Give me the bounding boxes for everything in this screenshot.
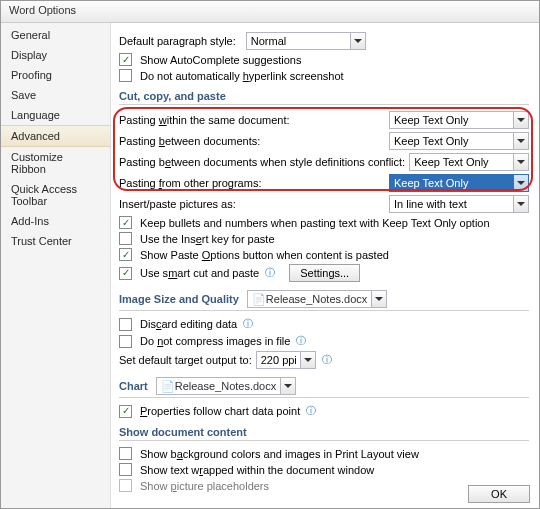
pasting-same-doc-select[interactable]: Keep Text Only (389, 111, 529, 129)
sidebar-item-general[interactable]: General (1, 25, 110, 45)
pasting-between-value: Keep Text Only (394, 135, 468, 147)
show-autocomplete-row: Show AutoComplete suggestions (119, 53, 529, 66)
window-title: Word Options (1, 1, 539, 23)
default-target-output-label: Set default target output to: (119, 354, 252, 366)
chevron-down-icon (513, 196, 528, 212)
chevron-down-icon (280, 378, 295, 394)
default-paragraph-style-label: Default paragraph style: (119, 35, 236, 47)
default-paragraph-style-value: Normal (251, 35, 286, 47)
image-size-quality-file-select[interactable]: 📄 Release_Notes.docx (247, 290, 387, 308)
insert-paste-pictures-label: Insert/paste pictures as: (119, 198, 236, 210)
show-paste-options-label: Show Paste Options button when content i… (140, 249, 389, 261)
use-insert-key-label: Use the Insert key for paste (140, 233, 275, 245)
settings-button[interactable]: Settings... (289, 264, 360, 282)
pasting-between-conflict-value: Keep Text Only (414, 156, 488, 168)
smart-cut-paste-checkbox[interactable] (119, 267, 132, 280)
sidebar-item-advanced[interactable]: Advanced (1, 125, 110, 147)
pasting-other-programs-select[interactable]: Keep Text Only (389, 174, 529, 192)
info-icon[interactable]: ⓘ (243, 317, 253, 331)
dialog-footer: OK (468, 485, 530, 503)
chevron-down-icon (350, 33, 365, 49)
sidebar-item-language[interactable]: Language (1, 105, 110, 125)
smart-cut-paste-label: Use smart cut and paste (140, 267, 259, 279)
section-chart: Chart 📄 Release_Notes.docx (119, 375, 529, 398)
default-target-output-value: 220 ppi (261, 354, 297, 366)
sidebar-item-trust-center[interactable]: Trust Center (1, 231, 110, 251)
info-icon[interactable]: ⓘ (296, 334, 306, 348)
do-not-compress-checkbox[interactable] (119, 335, 132, 348)
show-text-wrapped-label: Show text wrapped within the document wi… (140, 464, 374, 476)
properties-follow-chart-checkbox[interactable] (119, 405, 132, 418)
insert-paste-pictures-select[interactable]: In line with text (389, 195, 529, 213)
insert-paste-pictures-value: In line with text (394, 198, 467, 210)
no-auto-hyperlink-row: Do not automatically hyperlink screensho… (119, 69, 529, 82)
chart-file-value: Release_Notes.docx (175, 380, 277, 392)
pasting-same-doc-label: Pasting within the same document: (119, 114, 290, 126)
show-text-wrapped-checkbox[interactable] (119, 463, 132, 476)
info-icon[interactable]: ⓘ (265, 266, 275, 280)
chart-file-select[interactable]: 📄 Release_Notes.docx (156, 377, 296, 395)
sidebar-item-save[interactable]: Save (1, 85, 110, 105)
info-icon[interactable]: ⓘ (322, 353, 332, 367)
info-icon[interactable]: ⓘ (306, 404, 316, 418)
default-paragraph-style-row: Default paragraph style: Normal (119, 32, 529, 50)
pasting-between-label: Pasting between documents: (119, 135, 260, 147)
do-not-compress-label: Do not compress images in file (140, 335, 290, 347)
show-picture-placeholders-checkbox[interactable] (119, 479, 132, 492)
section-image-size-quality: Image Size and Quality 📄 Release_Notes.d… (119, 288, 529, 311)
section-show-document-content: Show document content (119, 424, 529, 441)
section-cut-copy-paste: Cut, copy, and paste (119, 88, 529, 105)
sidebar-item-display[interactable]: Display (1, 45, 110, 65)
content-panel: Default paragraph style: Normal Show Aut… (111, 23, 539, 508)
pasting-between-conflict-select[interactable]: Keep Text Only (409, 153, 529, 171)
chevron-down-icon (513, 175, 528, 191)
show-autocomplete-label: Show AutoComplete suggestions (140, 54, 301, 66)
keep-bullets-label: Keep bullets and numbers when pasting te… (140, 217, 490, 229)
sidebar-item-add-ins[interactable]: Add-Ins (1, 211, 110, 231)
pasting-between-select[interactable]: Keep Text Only (389, 132, 529, 150)
show-background-checkbox[interactable] (119, 447, 132, 460)
window-body: General Display Proofing Save Language A… (1, 23, 539, 508)
no-auto-hyperlink-label: Do not automatically hyperlink screensho… (140, 70, 344, 82)
image-size-quality-title: Image Size and Quality (119, 293, 239, 305)
use-insert-key-checkbox[interactable] (119, 232, 132, 245)
default-paragraph-style-select[interactable]: Normal (246, 32, 366, 50)
chart-section-title: Chart (119, 380, 148, 392)
show-paste-options-checkbox[interactable] (119, 248, 132, 261)
pasting-between-conflict-label: Pasting between documents when style def… (119, 156, 405, 168)
properties-follow-chart-label: Properties follow chart data point (140, 405, 300, 417)
sidebar-item-customize-ribbon[interactable]: Customize Ribbon (1, 147, 110, 179)
show-autocomplete-checkbox[interactable] (119, 53, 132, 66)
chevron-down-icon (513, 133, 528, 149)
chevron-down-icon (513, 154, 528, 170)
show-picture-placeholders-label: Show picture placeholders (140, 480, 269, 492)
no-auto-hyperlink-checkbox[interactable] (119, 69, 132, 82)
pasting-same-doc-value: Keep Text Only (394, 114, 468, 126)
pasting-other-programs-value: Keep Text Only (394, 177, 468, 189)
sidebar-item-proofing[interactable]: Proofing (1, 65, 110, 85)
keep-bullets-checkbox[interactable] (119, 216, 132, 229)
discard-editing-data-label: Discard editing data (140, 318, 237, 330)
chevron-down-icon (300, 352, 315, 368)
discard-editing-data-checkbox[interactable] (119, 318, 132, 331)
sidebar-item-quick-access-toolbar[interactable]: Quick Access Toolbar (1, 179, 110, 211)
chevron-down-icon (371, 291, 386, 307)
show-background-label: Show background colors and images in Pri… (140, 448, 419, 460)
default-target-output-select[interactable]: 220 ppi (256, 351, 316, 369)
sidebar: General Display Proofing Save Language A… (1, 23, 111, 508)
word-options-window: Word Options General Display Proofing Sa… (0, 0, 540, 509)
chevron-down-icon (513, 112, 528, 128)
pasting-other-programs-label: Pasting from other programs: (119, 177, 261, 189)
ok-button[interactable]: OK (468, 485, 530, 503)
image-size-quality-file-value: Release_Notes.docx (266, 293, 368, 305)
